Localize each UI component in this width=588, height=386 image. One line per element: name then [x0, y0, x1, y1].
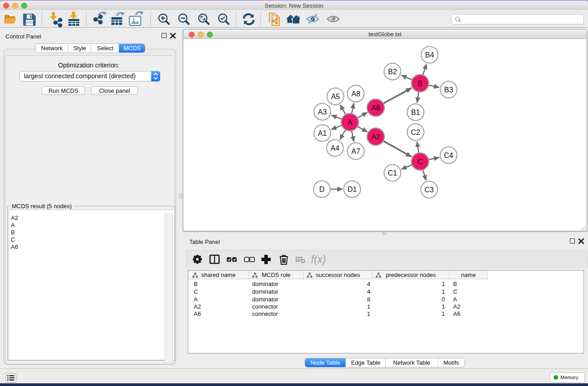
svg-text:C3: C3	[425, 186, 434, 194]
svg-text:A7: A7	[351, 148, 360, 155]
svg-text:A3: A3	[318, 108, 327, 116]
svg-text:A2: A2	[371, 133, 380, 141]
svg-text:D1: D1	[348, 186, 357, 193]
svg-text:B1: B1	[411, 109, 420, 116]
svg-text:A8: A8	[351, 90, 360, 98]
svg-text:B2: B2	[388, 68, 397, 76]
svg-text:A1: A1	[318, 129, 327, 137]
svg-text:A4: A4	[330, 144, 339, 152]
svg-text:A5: A5	[331, 93, 340, 100]
svg-text:B4: B4	[425, 51, 434, 59]
svg-text:B: B	[418, 80, 423, 87]
svg-text:A6: A6	[371, 104, 380, 112]
svg-text:B3: B3	[444, 86, 453, 94]
svg-text:C: C	[417, 158, 423, 166]
svg-text:C4: C4	[444, 152, 454, 159]
svg-text:C1: C1	[388, 169, 397, 177]
svg-text:f(x): f(x)	[311, 253, 326, 265]
svg-text:C2: C2	[411, 129, 421, 136]
svg-text:D: D	[319, 186, 325, 193]
svg-text:A: A	[348, 119, 353, 126]
